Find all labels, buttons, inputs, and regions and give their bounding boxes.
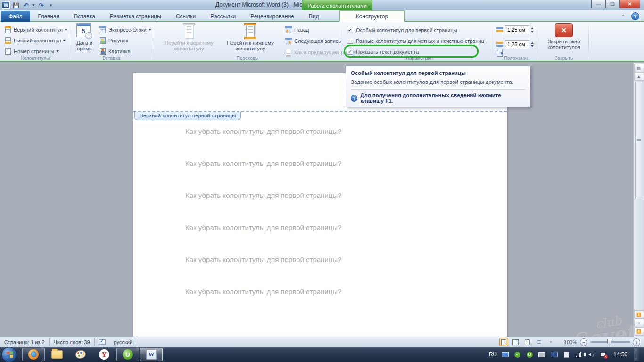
utorrent-tray-icon[interactable]: U (526, 351, 534, 358)
zoom-in-icon[interactable]: + (633, 338, 640, 346)
utorrent-icon: U (123, 349, 133, 360)
previous-page-icon[interactable]: ⏫ (634, 310, 644, 319)
tab-mailings[interactable]: Рассылки (204, 11, 242, 22)
antivirus-icon[interactable]: ✓ (513, 351, 521, 358)
ribbon-tab-bar: Файл Главная Вставка Разметка страницы С… (0, 10, 644, 22)
print-layout-view-icon[interactable] (499, 338, 508, 346)
web-layout-view-icon[interactable] (523, 338, 532, 346)
picture-button[interactable]: Рисунок (98, 35, 153, 46)
volume-icon[interactable]: ) (587, 351, 595, 358)
restore-button[interactable]: ❐ (605, 0, 619, 8)
select-browse-object-icon[interactable]: ○ (634, 319, 644, 327)
tab-view[interactable]: Вид (302, 11, 326, 22)
tooltip-body: Задание особых колонтитулов для первой с… (351, 79, 525, 85)
taskbar-clock[interactable]: 14:56 (613, 351, 627, 358)
previous-icon (285, 26, 292, 33)
tooltip-footer-text: Для получения дополнительных сведений на… (360, 92, 525, 104)
fullscreen-reading-view-icon[interactable] (511, 338, 520, 346)
tab-home[interactable]: Главная (32, 11, 66, 22)
taskbar-utorrent-button[interactable]: U (116, 348, 139, 361)
zoom-slider-thumb[interactable] (607, 339, 611, 345)
document-text-line[interactable]: Как убрать колонтитулы для первой страни… (185, 288, 468, 296)
close-button[interactable]: ✕ (619, 0, 640, 8)
network-signal-icon[interactable] (575, 351, 583, 358)
document-text-line[interactable]: Как убрать колонтитулы для первой страни… (185, 223, 468, 231)
word-count[interactable]: Число слов: 39 (50, 337, 94, 347)
page-number-icon: # (4, 48, 12, 55)
remote-session-icon[interactable] (550, 351, 558, 358)
zoom-slider[interactable] (590, 341, 630, 343)
go-to-header-button[interactable]: Перейти к верхнему колонтитулу (161, 23, 217, 51)
different-first-page-checkbox[interactable]: ✔ Особый колонтитул для первой страницы (347, 25, 484, 35)
scrollbar-thumb[interactable] (635, 82, 643, 199)
taskbar-paint-button[interactable] (69, 348, 92, 361)
taskbar-firefox-button[interactable] (22, 348, 45, 361)
scroll-up-icon[interactable]: ▲ (634, 72, 644, 81)
zoom-level[interactable]: 100% (564, 339, 577, 345)
next-page-icon[interactable]: ⏬ (634, 327, 644, 336)
document-text-line[interactable]: Как убрать колонтитулы для первой страни… (185, 127, 468, 135)
paint-palette-icon (75, 350, 86, 359)
vertical-scrollbar[interactable]: ▤ ▲ ⏫ ○ ⏬ (633, 63, 644, 337)
tooltip-title: Особый колонтитул для первой страницы (351, 70, 525, 76)
folder-icon (51, 350, 63, 359)
display-icon[interactable] (538, 351, 546, 358)
minimize-button[interactable]: — (591, 0, 605, 8)
footer-button[interactable]: Нижний колонтитул (3, 35, 71, 46)
tab-references[interactable]: Ссылки (169, 11, 202, 22)
footer-position-row (496, 39, 539, 50)
spellcheck-status[interactable]: ✓ (95, 337, 110, 347)
group-label: Вставка (71, 56, 151, 61)
tab-page-layout[interactable]: Разметка страницы (103, 11, 168, 22)
taskbar-explorer-button[interactable] (46, 348, 68, 361)
header-position-stepper[interactable] (531, 27, 534, 33)
go-to-footer-button[interactable]: Перейти к нижнему колонтитулу (222, 23, 279, 51)
ruler-toggle-icon[interactable]: ▤ (634, 64, 644, 72)
document-area: Верхний колонтитул первой страницы Как у… (0, 63, 644, 337)
language-indicator[interactable]: русский (110, 337, 137, 347)
collapse-ribbon-icon[interactable]: ⌃ (620, 14, 627, 19)
footer-position-icon (496, 41, 504, 48)
zoom-out-icon[interactable]: − (580, 338, 587, 346)
clip-art-button[interactable]: Картинка (98, 46, 153, 57)
quick-parts-icon (99, 26, 107, 33)
show-desktop-button[interactable] (634, 348, 639, 361)
tab-file[interactable]: Файл (1, 11, 30, 22)
taskbar-word-button[interactable]: W (140, 348, 163, 361)
page-indicator[interactable]: Страница: 1 из 2 (0, 337, 49, 347)
picture-label: Рисунок (108, 38, 128, 43)
date-time-button[interactable]: 5 Дата и время (72, 23, 97, 51)
tab-design-active[interactable]: Конструктор (339, 10, 405, 22)
footer-from-bottom-input[interactable] (505, 40, 529, 49)
ribbon: Верхний колонтитул Нижний колонтитул # Н… (0, 22, 644, 62)
header-button[interactable]: Верхний колонтитул (3, 25, 71, 35)
chevron-down-icon (63, 40, 66, 41)
footer-position-stepper[interactable] (531, 42, 534, 47)
tab-review[interactable]: Рецензирование (244, 11, 301, 22)
taskbar-yandex-button[interactable]: Y (93, 348, 116, 361)
group-close: ✕ Закрыть окно колонтитулов Закрыть (539, 22, 588, 62)
language-indicator[interactable]: RU (489, 351, 497, 358)
close-header-footer-button[interactable]: ✕ Закрыть окно колонтитулов (539, 23, 588, 50)
clip-art-label: Картинка (108, 49, 131, 54)
document-page[interactable]: Верхний колонтитул первой страницы Как у… (133, 73, 507, 337)
header-from-top-input[interactable] (505, 25, 529, 34)
help-icon[interactable]: ? (631, 12, 639, 20)
network-error-flag-icon[interactable]: ✕ (599, 351, 607, 358)
display-settings-icon[interactable] (501, 351, 509, 358)
page-number-button-label: Номер страницы (14, 49, 54, 54)
next-label: Следующая запись (294, 38, 341, 44)
start-button[interactable] (1, 347, 17, 362)
clipboard-icon[interactable] (562, 351, 570, 358)
document-text-line[interactable]: Как убрать колонтитулы для первой страни… (185, 159, 468, 167)
tab-insert[interactable]: Вставка (67, 11, 102, 22)
system-tray: RU ✓ U ) ✕ 14:56 (489, 348, 644, 361)
group-position: Положение (494, 22, 539, 62)
document-text-line[interactable]: Как убрать колонтитулы для первой страни… (185, 255, 468, 263)
footer-icon (4, 37, 12, 44)
page-number-button[interactable]: # Номер страницы (3, 46, 71, 57)
document-text-line[interactable]: Как убрать колонтитулы для первой страни… (185, 191, 468, 199)
outline-view-icon[interactable]: ☰ (535, 338, 544, 346)
draft-view-icon[interactable]: ≡ (546, 338, 555, 346)
quick-parts-button[interactable]: Экспресс-блоки (98, 25, 153, 35)
